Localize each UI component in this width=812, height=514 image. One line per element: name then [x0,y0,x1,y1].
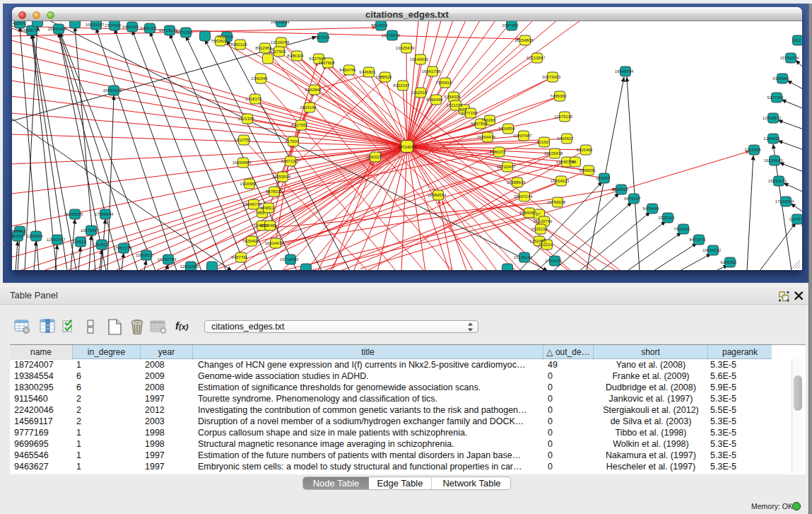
svg-text:9329966: 9329966 [772,76,789,81]
svg-text:15692971: 15692971 [768,179,787,183]
svg-text:7357224: 7357224 [313,35,330,40]
svg-text:1830027: 1830027 [365,155,382,159]
svg-text:12213967: 12213967 [526,56,546,60]
svg-text:1250513: 1250513 [92,243,109,247]
svg-text:6897568: 6897568 [471,122,488,126]
svg-text:8471676: 8471676 [689,238,706,242]
svg-text:9684067: 9684067 [519,211,536,215]
svg-text:39159: 39159 [12,234,23,238]
svg-text:16782759: 16782759 [158,257,177,262]
svg-text:20691406: 20691406 [48,27,67,31]
svg-text:2718176: 2718176 [245,97,262,101]
svg-text:16648784: 16648784 [615,69,634,74]
svg-text:3215958: 3215958 [744,148,761,152]
svg-text:19218506: 19218506 [382,33,401,37]
svg-text:10958117: 10958117 [136,253,155,257]
svg-text:12823485: 12823485 [180,264,199,269]
svg-text:10975887: 10975887 [81,228,100,233]
svg-text:10807487: 10807487 [513,134,532,138]
svg-text:2803144: 2803144 [300,105,317,110]
svg-text:18046738: 18046738 [243,202,262,206]
svg-text:2935114: 2935114 [659,216,676,220]
svg-text:12093872: 12093872 [763,116,782,120]
svg-text:17016504: 17016504 [775,199,794,204]
svg-text:15751074: 15751074 [780,56,799,60]
svg-text:9474444: 9474444 [642,206,659,211]
svg-text:15640910: 15640910 [410,57,429,62]
svg-text:1221338: 1221338 [237,117,254,121]
svg-text:8813054: 8813054 [371,23,388,28]
svg-text:10688609: 10688609 [507,180,526,185]
svg-text:6466102: 6466102 [122,25,139,29]
svg-text:116753: 116753 [789,217,802,221]
svg-text:887833: 887833 [266,189,281,194]
svg-text:9777169: 9777169 [461,111,478,115]
svg-text:19654985: 19654985 [233,160,252,165]
svg-text:164095: 164095 [596,176,611,180]
svg-text:10653267: 10653267 [86,23,105,27]
svg-text:114519: 114519 [72,240,86,244]
svg-text:10025438: 10025438 [544,151,563,156]
svg-text:19756928: 19756928 [547,200,566,204]
svg-text:18807249: 18807249 [514,194,533,199]
svg-text:6466102: 6466102 [140,26,157,30]
svg-text:9146821: 9146821 [359,70,376,74]
svg-text:1527602: 1527602 [105,23,122,28]
svg-text:7386372: 7386372 [489,150,506,154]
svg-text:16961758: 16961758 [422,69,441,74]
svg-text:19384554: 19384554 [428,193,447,197]
svg-text:8186323: 8186323 [287,54,304,58]
svg-text:12975115: 12975115 [554,115,573,119]
svg-text:9242848: 9242848 [305,88,322,92]
svg-text:1162615: 1162615 [411,90,428,95]
svg-text:10973493: 10973493 [542,75,561,79]
svg-text:16033809: 16033809 [271,21,290,24]
svg-text:14353594: 14353594 [272,175,291,179]
svg-text:1588520: 1588520 [375,75,392,79]
svg-text:9245052: 9245052 [720,260,737,264]
svg-text:17359934: 17359934 [95,212,114,216]
svg-text:8671355: 8671355 [176,30,193,35]
svg-text:149822: 149822 [260,206,275,210]
svg-text:16210643: 16210643 [764,158,783,163]
svg-text:6879197: 6879197 [624,197,641,201]
svg-text:8093489: 8093489 [260,223,277,228]
svg-text:13226058: 13226058 [271,40,290,45]
svg-text:19654923: 19654923 [551,179,570,183]
svg-text:16120746: 16120746 [534,219,553,223]
svg-text:8938918: 8938918 [611,187,628,192]
svg-text:7663822: 7663822 [211,39,228,43]
svg-text:9463627: 9463627 [557,136,574,141]
svg-text:20053346: 20053346 [103,88,122,93]
svg-text:67: 67 [536,212,541,216]
svg-text:9899695: 9899695 [579,168,596,173]
svg-text:15716485: 15716485 [280,257,299,262]
svg-text:1610755: 1610755 [234,138,251,142]
svg-text:9457791: 9457791 [231,255,248,259]
svg-text:24055714: 24055714 [21,28,40,33]
svg-text:13325419: 13325419 [396,46,415,50]
svg-text:20206556: 20206556 [64,212,83,216]
svg-text:489: 489 [257,211,265,215]
svg-text:9794028: 9794028 [444,95,461,99]
svg-text:16914479: 16914479 [265,241,284,245]
svg-text:15720407: 15720407 [497,165,516,169]
svg-text:2342046: 2342046 [251,76,268,81]
svg-text:7632621: 7632621 [673,227,690,231]
svg-text:3267130: 3267130 [281,159,298,163]
svg-text:3624554: 3624554 [498,127,515,131]
svg-text:20364436: 20364436 [477,135,496,139]
svg-text:1156829: 1156829 [27,234,44,238]
svg-text:1112: 1112 [792,38,801,42]
svg-text:64: 64 [572,160,577,164]
svg-text:1916682: 1916682 [240,182,257,186]
svg-text:7955812: 7955812 [435,81,452,85]
svg-text:2405571: 2405571 [12,21,27,25]
svg-text:865061: 865061 [12,229,26,233]
svg-text:15136141: 15136141 [514,255,533,259]
svg-text:18724007: 18724007 [398,145,417,149]
svg-text:1615132: 1615132 [531,227,548,231]
svg-text:10719131: 10719131 [159,28,178,33]
svg-text:9227343: 9227343 [767,95,784,100]
svg-text:10654112: 10654112 [702,248,722,252]
